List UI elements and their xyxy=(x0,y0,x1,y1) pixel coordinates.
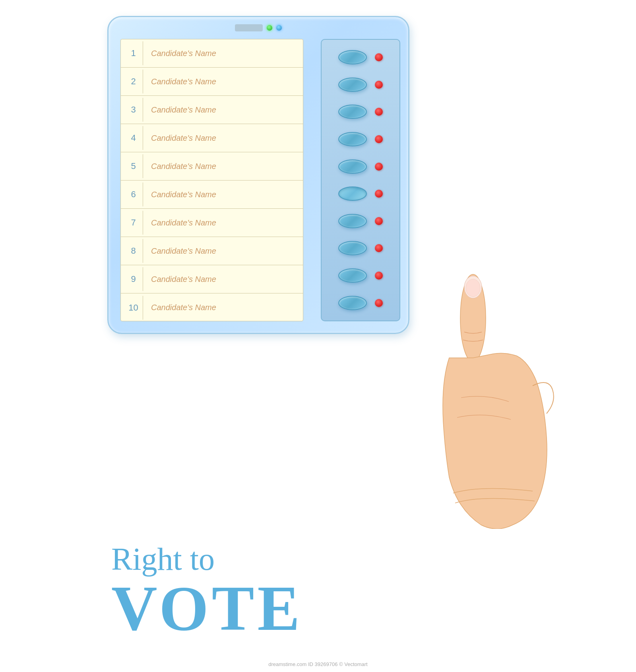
right-to-text: Right to xyxy=(111,542,303,577)
candidate-number: 7 xyxy=(121,218,143,228)
ballot-row: 7Candidate's Name xyxy=(121,209,303,237)
svg-point-2 xyxy=(466,279,480,297)
vote-button[interactable] xyxy=(338,241,367,255)
button-row xyxy=(322,241,399,255)
candidate-name: Candidate's Name xyxy=(143,303,216,312)
candidate-name: Candidate's Name xyxy=(143,275,216,284)
vote-button[interactable] xyxy=(338,132,367,146)
indicator-dot xyxy=(375,190,383,198)
indicator-dot xyxy=(375,53,383,61)
indicator-dot xyxy=(375,135,383,143)
candidate-name: Candidate's Name xyxy=(143,105,216,115)
text-section: Right to VOTE xyxy=(111,542,303,640)
candidate-number: 6 xyxy=(121,189,143,200)
vote-button[interactable] xyxy=(338,214,367,228)
candidate-number: 10 xyxy=(121,303,143,313)
button-row xyxy=(322,50,399,64)
indicator-dot xyxy=(375,272,383,280)
ballot-row: 10Candidate's Name xyxy=(121,293,303,322)
candidate-name: Candidate's Name xyxy=(143,49,216,58)
ballot-row: 1Candidate's Name xyxy=(121,39,303,68)
button-panel xyxy=(321,39,400,321)
ballot-row: 6Candidate's Name xyxy=(121,181,303,209)
main-container: 1Candidate's Name2Candidate's Name3Candi… xyxy=(0,0,636,672)
candidate-number: 3 xyxy=(121,105,143,115)
ballot-row: 3Candidate's Name xyxy=(121,96,303,124)
candidate-number: 2 xyxy=(121,76,143,87)
candidate-name: Candidate's Name xyxy=(143,218,216,227)
indicator-dot xyxy=(375,244,383,252)
candidate-name: Candidate's Name xyxy=(143,134,216,143)
candidate-name: Candidate's Name xyxy=(143,247,216,256)
candidate-name: Candidate's Name xyxy=(143,77,216,86)
button-row xyxy=(322,105,399,119)
candidate-name: Candidate's Name xyxy=(143,190,216,199)
ballot-row: 9Candidate's Name xyxy=(121,265,303,293)
vote-button[interactable] xyxy=(338,105,367,119)
vote-button[interactable] xyxy=(338,186,367,201)
vote-button[interactable] xyxy=(338,78,367,92)
candidate-number: 5 xyxy=(121,161,143,171)
hand-svg xyxy=(409,270,576,529)
button-row xyxy=(322,268,399,283)
vote-button[interactable] xyxy=(338,159,367,174)
indicator-dot xyxy=(375,108,383,116)
hand-container xyxy=(409,270,576,529)
candidate-number: 9 xyxy=(121,274,143,284)
candidate-number: 1 xyxy=(121,48,143,58)
ballot-panel: 1Candidate's Name2Candidate's Name3Candi… xyxy=(120,39,303,321)
candidate-name: Candidate's Name xyxy=(143,162,216,171)
button-row xyxy=(322,132,399,146)
vote-text: VOTE xyxy=(111,577,303,640)
vote-button[interactable] xyxy=(338,296,367,310)
indicator-dot xyxy=(375,81,383,89)
button-row xyxy=(322,214,399,228)
vote-button[interactable] xyxy=(338,268,367,283)
evm-led-blue xyxy=(276,25,282,31)
ballot-row: 4Candidate's Name xyxy=(121,124,303,152)
candidate-number: 8 xyxy=(121,246,143,256)
indicator-dot xyxy=(375,163,383,171)
evm-slot xyxy=(235,24,263,31)
evm-top-bar xyxy=(235,24,282,31)
evm-device: 1Candidate's Name2Candidate's Name3Candi… xyxy=(107,16,409,334)
button-row xyxy=(322,296,399,310)
evm-led-green xyxy=(267,25,272,31)
ballot-row: 2Candidate's Name xyxy=(121,68,303,96)
ballot-row: 8Candidate's Name xyxy=(121,237,303,265)
ballot-row: 5Candidate's Name xyxy=(121,152,303,181)
candidate-number: 4 xyxy=(121,133,143,143)
indicator-dot xyxy=(375,299,383,307)
watermark: dreamstime.com ID 39269706 © Vectomart xyxy=(268,661,367,667)
indicator-dot xyxy=(375,217,383,225)
button-row xyxy=(322,186,399,201)
vote-button[interactable] xyxy=(338,50,367,64)
button-row xyxy=(322,78,399,92)
button-row xyxy=(322,159,399,174)
